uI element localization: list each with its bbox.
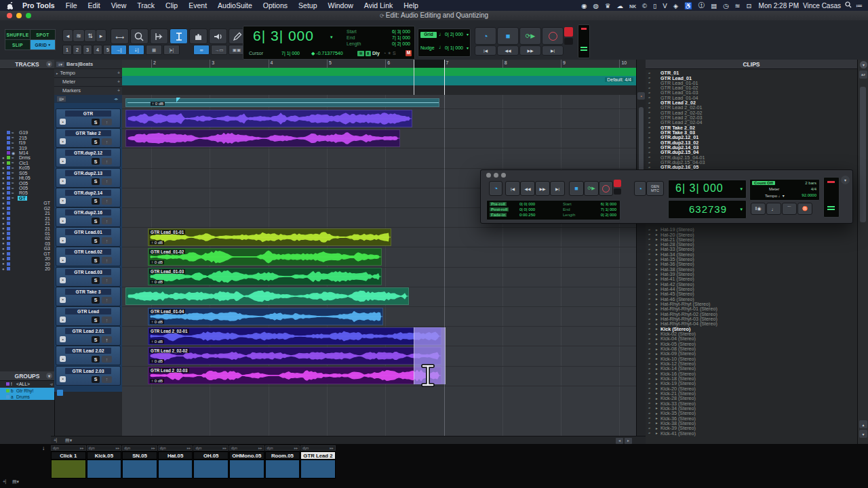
transport-minimize-button[interactable] [494,173,498,178]
solo-button[interactable]: S [92,119,100,125]
channel-name-label[interactable]: OHMono.05 [229,451,264,460]
solo-button[interactable]: S [92,237,100,244]
zoom-preset-4-button[interactable]: 4 [93,45,102,55]
clip-disclosure-icon[interactable]: ▸ [653,297,660,301]
audio-clip[interactable] [125,129,400,147]
transport-subcounter-dropdown[interactable]: ▾ [740,207,743,212]
markers-ruler-row[interactable]: Markers + [54,86,122,95]
clips-panel-scrollbar[interactable]: ▾ az ▴ ▾ [857,60,868,444]
clip-disclosure-icon[interactable]: ▸ [653,362,660,366]
end-value[interactable]: 7| 1| 000 [392,35,410,40]
track-visible-dot[interactable]: ● [2,251,5,256]
clip-gain-badge[interactable]: ↑ 0 dB [151,102,165,106]
spot-mode-button[interactable]: SPOT [30,29,56,40]
input-monitor-button[interactable]: ↑ [102,277,112,284]
track-list-item[interactable]: ●≈O05 [0,186,54,190]
track-visible-dot[interactable]: ● [2,211,5,216]
pre-roll-toggle[interactable]: Pre-roll [490,202,507,206]
track-list-item[interactable]: ◉M14 [0,150,54,155]
menu-item-audiosuite[interactable]: AudioSuite [212,1,258,9]
nudge-value[interactable]: 0| 1| 000 [445,45,463,50]
loop-play-button[interactable]: ⟳▶ [519,27,541,45]
track-list-item[interactable]: ●21 [0,226,54,230]
track-view-button[interactable]: ▪ [60,257,66,263]
track-list-item[interactable]: ●≈GT [0,196,54,201]
insert-slot[interactable]: dyn▸▸ [229,445,264,451]
input-monitor-button[interactable]: ↑ [102,119,112,125]
transport-main-counter[interactable]: 6| 3| 000 [675,182,724,195]
input-monitor-button[interactable]: ↑ [102,138,112,145]
track-visible-dot[interactable]: ● [2,267,5,271]
channel-name-label[interactable]: GTR Lead 2 [300,451,336,460]
zoom-out-horizontal-button[interactable]: ◂ [62,29,73,42]
app-notification-icon[interactable]: ◉ [581,2,587,9]
track-list-item[interactable]: ●≈Clc1 [0,161,54,165]
clips-panel-menu-button[interactable]: ▾ [860,61,867,68]
clip-disclosure-icon[interactable]: ▸ [653,337,660,341]
transport-length-value[interactable]: 0| 2| 000 [601,213,616,217]
channel-name-label[interactable]: SN.05 [122,451,157,460]
count-off-value[interactable]: 2 bars [805,181,816,185]
grabber-tool[interactable] [189,28,208,44]
insertion-follows-playback-toggle[interactable]: ⇣| [128,45,144,55]
grid-value-toggle[interactable]: Grid [420,32,437,38]
menu-item-edit[interactable]: Edit [83,1,106,9]
clip-disclosure-icon[interactable]: ▸ [653,426,660,430]
circled-t-icon[interactable]: ⓣ [698,1,705,10]
track-visible-dot[interactable]: ● [2,226,5,230]
shield-icon[interactable]: ◍ [593,2,599,9]
v-app-icon[interactable]: Ⅴ [663,2,667,9]
clips-scroll-down-button[interactable]: ▾ [859,430,867,438]
track-header[interactable]: ▪GTR.dup2.16S↑ [56,207,121,227]
track-list-item[interactable]: ≈f19 [0,140,54,145]
view-menu-icon[interactable]: ▤▾ [65,438,72,443]
menu-clock[interactable]: Mon 2:28 PM [759,2,799,9]
clip-disclosure-icon[interactable]: ▸ [653,287,660,291]
clip-disclosure-icon[interactable]: ▸ [653,382,660,386]
mute-indicator[interactable]: M [406,50,412,56]
clip-disclosure-icon[interactable]: ▸ [653,267,660,271]
solo-button[interactable]: S [92,356,100,363]
channel-name-label[interactable]: Room.05 [265,451,300,460]
markers-add-button[interactable]: + [117,88,120,93]
apple-menu-icon[interactable] [0,1,17,9]
track-header[interactable]: ▪GTR.dup2.12S↑ [56,148,121,167]
channel-strip-body[interactable] [51,460,86,479]
group-sort-icon[interactable]: ᵃz [50,382,53,386]
track-compensation-icon[interactable]: ▮ [366,51,371,56]
shuffle-mode-button[interactable]: SHUFFLE [5,29,31,40]
clip-disclosure-icon[interactable]: ▸ [653,258,660,262]
transport-rewind-button[interactable]: ◀◀ [520,181,535,196]
conductor-button[interactable]: ♉ [797,203,812,215]
solo-button[interactable]: S [92,336,100,343]
track-list-item[interactable]: ●G3 [0,246,54,251]
transport-fast-forward-button[interactable]: ▶▶ [535,181,550,196]
link-timeline-edit-toggle[interactable]: ∞ [193,45,210,55]
midi-keyboard-icon[interactable]: ▦ [357,51,364,56]
vertical-zoom-button[interactable]: ⇅ [84,29,96,42]
track-view-button[interactable]: ▪ [60,237,66,243]
clip-disclosure-icon[interactable]: ▸ [653,357,660,361]
metronome-button[interactable]: ♩ [766,203,781,215]
trophy-icon[interactable]: ♛ [605,2,611,9]
groups-panel-menu-button[interactable]: ▾ [46,373,52,379]
clip-disclosure-icon[interactable]: ▸ [653,307,660,311]
solo-button[interactable]: S [92,218,100,224]
grid-note-icon[interactable]: ♩ [439,31,444,37]
clips-scroll-up-button[interactable]: ▴ [859,420,867,428]
track-header[interactable]: ▪GTR Lead 2.01S↑ [56,326,121,346]
transport-record-button[interactable] [599,181,613,196]
clip-disclosure-icon[interactable]: ▸ [653,262,660,266]
track-visible-dot[interactable]: ● [2,262,5,266]
track-visible-dot[interactable]: ● [2,257,5,261]
group-list-item[interactable]: aDrums [0,394,54,400]
channel-strip-body[interactable] [229,460,264,479]
track-list-item[interactable]: ●20 [0,256,54,261]
timeline-ruler[interactable]: 2345678910 Default: 4/4 [122,60,636,95]
track-view-button[interactable]: ▪ [60,178,66,184]
input-monitor-button[interactable]: ↑ [102,317,112,323]
grid-value[interactable]: 0| 2| 000 [445,32,463,37]
solo-button[interactable]: S [92,257,100,264]
track-view-button[interactable]: ▪ [60,138,66,144]
track-list-item[interactable]: ≈G19 [0,130,54,135]
